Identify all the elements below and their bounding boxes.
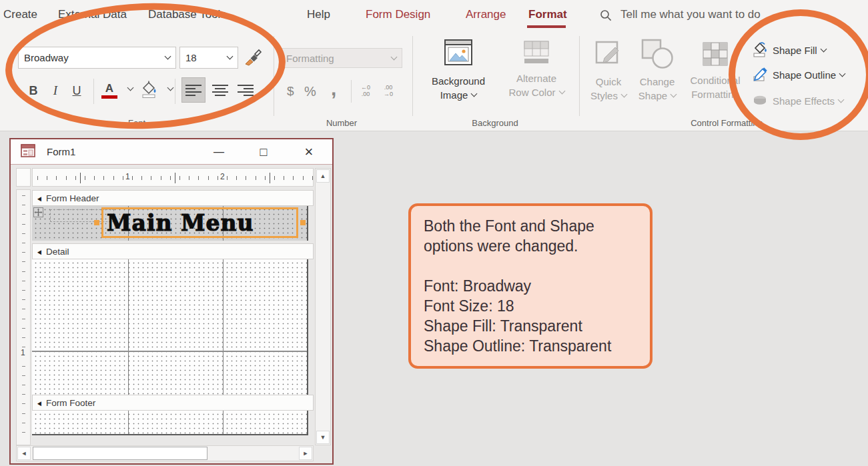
button-label: Alternate	[516, 71, 556, 85]
conditional-formatting-icon	[701, 40, 730, 71]
number-group-label: Number	[288, 118, 395, 128]
tab-label: Create	[3, 8, 37, 21]
maximize-icon: □	[260, 145, 268, 159]
vertical-scrollbar[interactable]: ▲ ▼	[315, 168, 331, 445]
horizontal-ruler[interactable]: 1 2	[32, 168, 314, 187]
button-label: Background	[432, 74, 485, 88]
section-label: Detail	[46, 247, 69, 257]
main-menu-label-control[interactable]: Main Menu	[101, 207, 298, 238]
change-shape-button: Change Shape	[632, 37, 682, 116]
callout-line: Font: Broadway	[424, 276, 637, 296]
arrow-up-icon: ▲	[320, 173, 326, 179]
form-header-section-bar[interactable]: ◄ Form Header	[32, 190, 314, 206]
button-label: Styles	[590, 89, 626, 103]
detail-grid[interactable]	[32, 259, 308, 395]
close-button[interactable]: ×	[298, 141, 320, 163]
scroll-right-button[interactable]: ►	[299, 447, 312, 460]
number-format-value: Formatting	[286, 53, 388, 64]
button-label: Change	[640, 75, 675, 89]
ruler-tick	[80, 173, 81, 183]
glyph: .00	[362, 91, 370, 97]
minimize-button[interactable]: —	[207, 141, 230, 163]
section-arrow-icon: ◄	[36, 194, 43, 203]
background-image-button[interactable]: Background Image	[420, 37, 496, 116]
form-icon	[21, 144, 35, 160]
close-icon: ×	[305, 143, 314, 161]
tab-form-design[interactable]: Form Design	[366, 0, 430, 29]
chevron-down-icon	[391, 53, 398, 60]
ruler-number: 2	[219, 172, 226, 181]
alternate-row-color-button: Alternate Row Color	[499, 37, 574, 116]
button-label: Quick	[596, 75, 621, 89]
background-image-icon	[444, 39, 473, 69]
ruler-tick	[175, 173, 175, 183]
grid-line	[223, 259, 224, 395]
glyph: .00	[384, 84, 393, 91]
quick-styles-button: Quick Styles	[587, 37, 630, 116]
decrease-decimals-button: ←0.00	[356, 84, 375, 97]
group-divider	[579, 36, 580, 116]
ruler-ticks	[33, 176, 313, 180]
resize-handle-left[interactable]	[94, 220, 99, 225]
detail-section-bar[interactable]: ◄ Detail	[32, 243, 314, 259]
window-titlebar[interactable]: Form1 — □ ×	[11, 139, 332, 165]
form-design-window: Form1 — □ × 1 2 1 ◄ Form Header	[9, 138, 334, 465]
tab-arrange[interactable]: Arrange	[466, 0, 506, 29]
form-footer-grid[interactable]	[32, 411, 308, 435]
active-tab-underline	[527, 25, 566, 28]
access-app-window: Create External Data Database Tools Help…	[0, 0, 868, 466]
quick-styles-icon	[592, 37, 625, 73]
callout-line: Font Size: 18	[424, 296, 637, 316]
scroll-down-button[interactable]: ▼	[316, 431, 330, 444]
callout-line: Both the Font and Shape	[424, 216, 637, 236]
maximize-button[interactable]: □	[252, 141, 275, 163]
scroll-up-button[interactable]: ▲	[316, 169, 330, 183]
increase-decimals-button: .00→0	[379, 84, 398, 97]
arrow-down-icon: ▼	[320, 434, 326, 441]
callout-line: Shape Fill: Transparent	[424, 316, 637, 336]
resize-handle-right[interactable]	[300, 220, 306, 225]
section-arrow-icon: ◄	[36, 247, 43, 256]
comma-button: ,	[331, 77, 336, 100]
percent-button: %	[304, 84, 316, 99]
ruler-ticks	[22, 195, 25, 439]
horizontal-scrollbar[interactable]: ◄ ►	[16, 445, 314, 461]
background-group-label: Background	[435, 118, 555, 128]
button-label: Row Color	[508, 85, 564, 99]
scrollbar-thumb[interactable]	[33, 447, 207, 460]
annotation-ellipse-font-group	[3, 0, 288, 133]
ruler-corner-box[interactable]	[16, 168, 31, 187]
label-text: Main Menu	[103, 210, 254, 236]
annotation-callout: Both the Font and Shape options were cha…	[408, 203, 653, 369]
ruler-number: 1	[124, 172, 131, 181]
alternate-row-color-icon	[522, 40, 551, 68]
ruler-tick	[270, 173, 270, 183]
tab-help[interactable]: Help	[307, 0, 330, 29]
grid-line	[128, 259, 129, 395]
search-icon[interactable]	[599, 9, 612, 25]
glyph: →0	[384, 91, 393, 97]
grid-line	[128, 411, 129, 434]
vertical-ruler[interactable]: 1	[16, 189, 31, 445]
tab-label: Form Design	[366, 8, 430, 21]
tab-label: Arrange	[466, 8, 506, 21]
change-shape-icon	[639, 37, 675, 73]
section-label: Form Footer	[46, 398, 95, 408]
annotation-ellipse-shape-options	[729, 9, 868, 140]
number-format-combobox: Formatting	[280, 48, 402, 68]
divider	[351, 80, 352, 103]
scroll-left-button[interactable]: ◄	[17, 447, 31, 460]
grid-line	[32, 351, 307, 352]
section-label: Form Header	[46, 193, 99, 203]
move-handle-icon[interactable]	[33, 207, 43, 220]
tab-create[interactable]: Create	[3, 0, 37, 29]
tell-me-label: Tell me what you want to do	[620, 8, 761, 21]
tab-label: Help	[307, 8, 330, 21]
form-footer-section-bar[interactable]: ◄ Form Footer	[32, 395, 314, 411]
minimize-icon: —	[213, 146, 224, 158]
tell-me-search[interactable]: Tell me what you want to do	[620, 0, 761, 29]
group-divider	[412, 36, 413, 116]
grid-line	[223, 411, 224, 434]
glyph: ←0	[361, 84, 370, 91]
section-arrow-icon: ◄	[36, 399, 43, 407]
